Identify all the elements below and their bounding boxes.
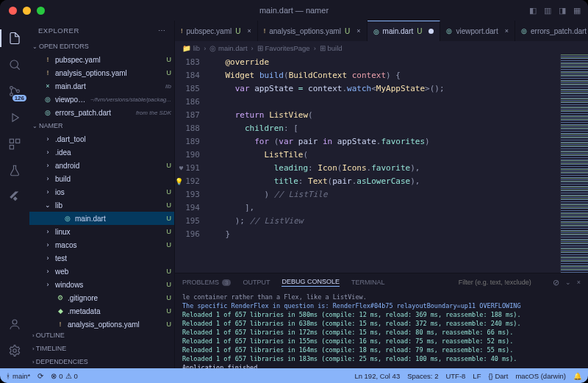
breadcrumb-item[interactable]: ⊞ build (320, 44, 343, 52)
layout-sidebar-icon[interactable]: ◧ (529, 6, 537, 15)
minimap[interactable] (560, 54, 588, 273)
editor-tab[interactable]: !analysis_options.yamlU× (258, 21, 368, 41)
accounts-icon[interactable] (0, 312, 29, 336)
file-tree-item[interactable]: ›androidU (29, 159, 174, 172)
file-tree-item[interactable]: ⌄libU (29, 198, 174, 212)
console-line: Application finished. (182, 363, 581, 368)
open-editor-item[interactable]: ◎viewport.dart~/fvm/versions/stable/pack… (29, 93, 174, 106)
customize-layout-icon[interactable]: ▦ (573, 6, 581, 15)
chevron-down-icon[interactable]: ⌄ (565, 279, 571, 286)
file-tree-item[interactable]: ›webU (29, 265, 174, 278)
svg-point-0 (10, 60, 18, 68)
svg-point-1 (10, 87, 13, 90)
editor[interactable]: 183184185186187188189190♥191💡19219319419… (175, 54, 588, 273)
extensions-icon[interactable] (0, 132, 29, 156)
dirty-indicator (429, 29, 434, 34)
file-tree-item[interactable]: !analysis_options.yamlU (29, 318, 174, 329)
chevron-icon: › (43, 148, 53, 156)
chevron-icon: › (43, 241, 53, 248)
tab-problems[interactable]: PROBLEMS3 (182, 279, 231, 286)
dependencies-section[interactable]: ›DEPENDENCIES (29, 355, 174, 368)
clear-icon[interactable]: ⊘ (553, 278, 559, 287)
tab-terminal[interactable]: TERMINAL (351, 279, 385, 286)
status-spaces[interactable]: Spaces: 2 (407, 372, 438, 380)
editor-tab[interactable]: ◎main.dartU (368, 21, 441, 41)
zoom-window[interactable] (37, 7, 45, 15)
file-icon: ◎ (521, 27, 527, 35)
status-eol[interactable]: LF (473, 372, 481, 380)
svg-rect-6 (10, 146, 13, 149)
window-title: main.dart — namer (259, 6, 329, 15)
open-editor-item[interactable]: ◎errors_patch.dartfrom the SDK (29, 106, 174, 119)
file-icon: ! (43, 69, 53, 76)
file-tree-item[interactable]: ›iosU (29, 185, 174, 198)
svg-point-3 (17, 90, 20, 93)
file-tree-item[interactable]: ›linuxU (29, 225, 174, 238)
file-icon: ◎ (446, 27, 452, 35)
timeline-section[interactable]: ›TIMELINE (29, 342, 174, 355)
console-line: Reloaded 1 of 657 libraries in 183ms (co… (182, 354, 581, 363)
breadcrumb-item[interactable]: ⊞ FavoritesPage (257, 44, 310, 52)
file-tree-item[interactable]: ›.dart_tool (29, 132, 174, 146)
status-lncol[interactable]: Ln 192, Col 43 (354, 372, 400, 380)
editor-tab[interactable]: ◎errors_patch.dart× (515, 21, 588, 41)
console-line: Reloaded 1 of 657 libraries in 638ms (co… (182, 319, 581, 328)
status-branch[interactable]: ᚼ main* (6, 372, 30, 380)
scm-icon[interactable]: 126 (0, 79, 29, 103)
status-notifications-icon[interactable]: 🔔 (573, 372, 582, 380)
sidebar-more-icon[interactable]: ⋯ (158, 26, 166, 35)
chevron-icon: › (43, 228, 53, 235)
status-errors[interactable]: ⊗ 0 ⚠ 0 (51, 372, 78, 380)
chevron-icon: › (43, 281, 53, 288)
console-line: Reloaded 1 of 657 libraries in 164ms (co… (182, 346, 581, 354)
gear-icon[interactable] (0, 339, 29, 362)
file-tree-item[interactable]: ›test (29, 251, 174, 265)
status-encoding[interactable]: UTF-8 (445, 372, 465, 380)
console-line: Reloaded 1 of 657 libraries in 580ms (co… (182, 310, 581, 319)
layout-side-icon[interactable]: ◨ (559, 6, 566, 15)
chevron-icon: › (43, 175, 53, 182)
file-tree-item[interactable]: ⚙.gitignoreU (29, 291, 174, 304)
breadcrumb-item[interactable]: ◎ main.dart (209, 44, 247, 52)
status-bar: ᚼ main* ⟳ ⊗ 0 ⚠ 0 Ln 192, Col 43 Spaces:… (0, 368, 588, 383)
file-tree-item[interactable]: ◆.metadataU (29, 304, 174, 318)
filter-input[interactable] (459, 279, 547, 286)
open-editors-section[interactable]: ⌄OPEN EDITORS (29, 40, 174, 53)
close-tab-icon[interactable]: × (505, 27, 509, 35)
open-editor-item[interactable]: !pubspec.yamlU (29, 53, 174, 66)
editor-tab[interactable]: !pubspec.yamlU× (175, 21, 258, 41)
file-tree-item[interactable]: ›windowsU (29, 278, 174, 291)
chevron-icon: › (43, 188, 53, 196)
close-tab-icon[interactable]: × (356, 27, 360, 35)
breadcrumb-item[interactable]: 📁 lib (182, 44, 200, 52)
open-editor-item[interactable]: ×main.dartlib (29, 79, 174, 93)
status-lang[interactable]: {} Dart (488, 372, 508, 380)
test-icon[interactable] (0, 159, 29, 182)
flutter-icon[interactable] (0, 185, 29, 209)
outline-section[interactable]: ›OUTLINE (29, 329, 174, 342)
file-tree-item[interactable]: ›.idea (29, 146, 174, 159)
file-tree-item[interactable]: ›build (29, 172, 174, 185)
code-area[interactable]: @override Widget build(BuildContext cont… (206, 54, 560, 273)
close-panel-icon[interactable]: × (577, 279, 581, 286)
breadcrumb[interactable]: 📁 lib›◎ main.dart›⊞ FavoritesPage›⊞ buil… (175, 41, 588, 54)
close-tab-icon[interactable]: × (247, 27, 251, 35)
tab-output[interactable]: OUTPUT (243, 279, 270, 286)
file-icon: ◎ (43, 109, 53, 116)
minimize-window[interactable] (23, 7, 31, 15)
project-section[interactable]: ⌄NAMER (29, 119, 174, 132)
status-sync[interactable]: ⟳ (37, 372, 43, 380)
file-tree-item[interactable]: ◎main.dartU (29, 212, 174, 225)
search-icon[interactable] (0, 53, 29, 76)
status-device[interactable]: macOS (darwin) (515, 372, 566, 380)
close-window[interactable] (9, 7, 17, 15)
open-editor-item[interactable]: !analysis_options.yamlU (29, 66, 174, 79)
editor-tab[interactable]: ◎viewport.dart× (440, 21, 515, 41)
explorer-icon[interactable] (0, 26, 29, 50)
tab-debug-console[interactable]: DEBUG CONSOLE (282, 278, 340, 287)
file-tree-item[interactable]: ›macosU (29, 238, 174, 251)
debug-icon[interactable] (0, 106, 29, 129)
layout-panel-icon[interactable]: ▥ (544, 6, 551, 15)
panel: PROBLEMS3 OUTPUT DEBUG CONSOLE TERMINAL … (175, 273, 588, 368)
file-icon: ◆ (55, 307, 65, 315)
